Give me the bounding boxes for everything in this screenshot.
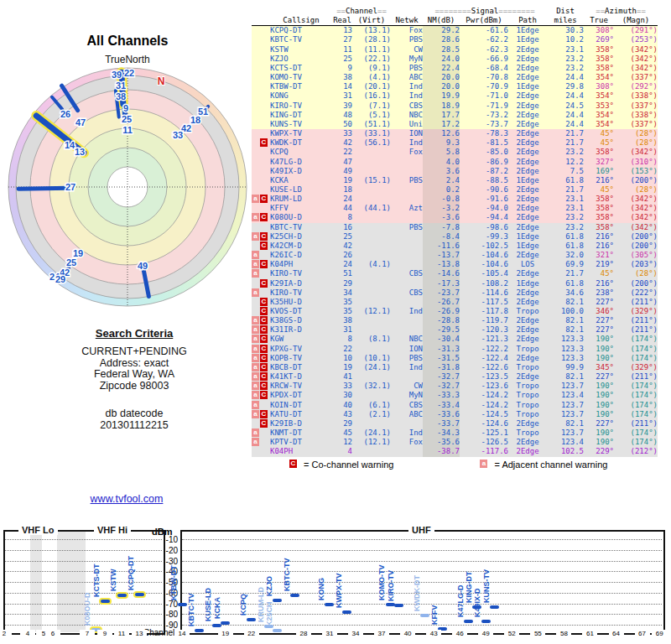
signal-bar — [212, 624, 221, 627]
channel-tick-label: 61 — [582, 630, 597, 637]
gridline — [5, 571, 162, 572]
channel-tick-label: 31 — [322, 630, 337, 637]
gridline — [182, 539, 662, 540]
signal-bar-label: KCPQ-DT — [127, 556, 135, 590]
signal-bar — [394, 604, 403, 607]
signal-bar — [195, 629, 204, 632]
signal-bar-label: KUNS-TV — [482, 569, 491, 603]
signal-bar — [135, 593, 144, 596]
channel-tick-label: 52 — [504, 630, 519, 637]
signal-bar-label: KSTW — [109, 569, 117, 591]
signal-bar-label: KCPQ — [239, 594, 247, 615]
channel-tick-label: 2 — [0, 630, 12, 637]
signal-bar — [490, 605, 499, 609]
signal-bar — [420, 614, 429, 617]
channel-tick-label: 22 — [244, 630, 259, 637]
signal-bar — [386, 603, 395, 606]
channel-tick-label: 37 — [374, 630, 389, 637]
signal-bar-label: K47LG-D — [456, 585, 465, 618]
signal-bar — [273, 599, 282, 602]
dbm-tick-label: -30 — [151, 557, 178, 566]
gridline — [5, 582, 162, 583]
gridline — [182, 625, 662, 626]
signal-bar-label: K08OU-D — [83, 592, 91, 626]
signal-bar-label: KCKA — [213, 597, 221, 619]
dbm-tick-label: -90 — [151, 621, 178, 630]
signal-bar-label: K25CH — [265, 601, 273, 626]
channel-tick-label: 49 — [478, 630, 493, 637]
signal-bar — [178, 603, 187, 606]
signal-bar-label: KTBW-DT — [169, 565, 178, 600]
channel-tick-label: 9 — [97, 630, 112, 637]
gridline — [182, 582, 662, 583]
gridline — [5, 550, 162, 551]
vhf-lo-label: VHF Lo — [18, 525, 58, 535]
signal-bar-label: KING-DT — [465, 571, 473, 603]
signal-bar-label: KUSE-LD — [204, 588, 212, 621]
signal-bar-label: KIRO-TV — [387, 570, 395, 601]
signal-bar-label: KONG — [317, 578, 325, 600]
channel-tick-label: 4 — [20, 630, 35, 637]
gridline — [182, 604, 662, 605]
signal-bar — [290, 594, 299, 597]
channel-tick-label: 11 — [114, 630, 129, 637]
signal-bar-label: KBTC-TV — [187, 594, 195, 627]
vhf-hi-label: VHF Hi — [94, 525, 131, 535]
tvfool-report: All Channels TrueNorth 39223138925112647… — [0, 0, 671, 644]
channel-tick-label: 43 — [426, 630, 441, 637]
signal-bar — [273, 629, 282, 632]
channel-tick-label: 64 — [609, 630, 624, 637]
signal-bar-label: KZJO — [265, 576, 273, 596]
signal-bar-label: KBTC-TV — [283, 558, 291, 591]
channel-tick-label: 7 — [80, 630, 95, 637]
channel-tick-label: 40 — [400, 630, 415, 637]
dbm-tick-label: -80 — [151, 610, 178, 619]
dbm-tick-label: -20 — [151, 546, 178, 555]
channel-tick-label: 58 — [556, 630, 571, 637]
gridline — [182, 561, 662, 562]
channel-tick-label: 69 — [652, 630, 667, 637]
channel-tick-label: 67 — [635, 630, 650, 637]
signal-bar-label: KRUM-LD — [257, 587, 265, 622]
gridline — [5, 561, 162, 562]
signal-bar — [101, 600, 110, 603]
signal-bar-label: KWDK-DT — [413, 575, 421, 611]
signal-bar — [481, 620, 491, 623]
signal-bar-label: K49IX-D — [473, 589, 481, 618]
gridline — [182, 550, 662, 551]
signal-bar-label: KCTS-DT — [92, 564, 101, 598]
channel-tick-label: 28 — [296, 630, 311, 637]
signal-bar-label: KWPX-TV — [335, 574, 343, 609]
channel-tick-label: 19 — [218, 630, 233, 637]
signal-bar — [325, 603, 334, 606]
signal-bar — [247, 618, 256, 621]
signal-bar — [342, 610, 351, 614]
channel-tick-label: 34 — [348, 630, 363, 637]
uhf-label: UHF — [408, 525, 434, 535]
channel-tick-label: 55 — [530, 630, 545, 637]
channel-tick-label: 14 — [174, 630, 190, 637]
channel-tick-label: 13 — [132, 630, 147, 637]
gridline — [5, 539, 162, 540]
signal-bar-label: KOMO-TV — [377, 564, 386, 600]
channel-tick-label: 46 — [452, 630, 467, 637]
signal-bar — [221, 621, 230, 625]
signal-bar — [464, 620, 473, 623]
signal-bar-label: KFFV — [430, 605, 439, 626]
gridline — [182, 593, 662, 594]
signal-bar — [117, 594, 127, 597]
channel-tick-label: 6 — [45, 630, 60, 637]
dbm-tick-label: -70 — [151, 600, 178, 609]
dbm-tick-label: -10 — [151, 535, 178, 544]
signal-charts: -10-20-30-40-50-60-70-80-90VHF LoVHF HiU… — [0, 0, 671, 644]
gridline — [182, 571, 662, 572]
